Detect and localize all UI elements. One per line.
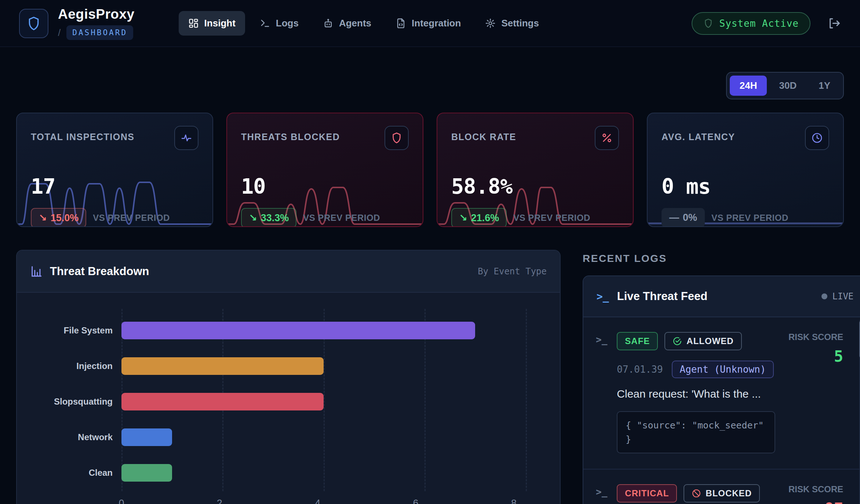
nav-item-logs[interactable]: Logs — [250, 11, 308, 36]
x-tick-label: 0 — [119, 498, 124, 504]
main-content: 24H 30D 1Y TOTAL INSPECTIONS 17 ↘15.0% V… — [0, 72, 860, 504]
action-label: BLOCKED — [706, 488, 752, 498]
severity-badge: SAFE — [617, 332, 658, 350]
range-button-24h[interactable]: 24H — [730, 76, 767, 96]
recent-logs-heading: RECENT LOGS — [583, 253, 860, 264]
bar-area — [121, 428, 547, 446]
delta-value: 21.6% — [471, 212, 499, 224]
nav-item-insight[interactable]: Insight — [179, 11, 245, 36]
risk-score-column: RISK SCORE 97 — [775, 484, 843, 504]
stat-icon-box — [805, 126, 829, 150]
nav-item-integration[interactable]: Integration — [386, 11, 470, 36]
stat-icon-box — [595, 126, 619, 150]
action-badge: ALLOWED — [664, 332, 741, 350]
breadcrumb-separator: / — [58, 27, 61, 39]
log-payload-code: { "source": "mock_seeder" } — [617, 411, 775, 453]
nav-item-settings[interactable]: Settings — [475, 11, 549, 36]
trend-down-icon: ↘ — [459, 212, 467, 224]
x-axis: 0 2 4 6 8 — [121, 492, 535, 504]
badge-row: CRITICAL BLOCKED — [617, 484, 775, 503]
live-threat-feed-card: >_ Live Threat Feed LIVE >_ SAFE — [583, 275, 860, 504]
stat-card-inner: AVG. LATENCY 0 ms —0% VS PREV PERIOD — [648, 113, 843, 226]
log-entry[interactable]: >_ SAFE ALLOWED 07.01.39 Agent (Unknown) — [583, 317, 860, 469]
stat-card-inner: TOTAL INSPECTIONS 17 ↘15.0% VS PREV PERI… — [17, 113, 212, 226]
stat-card-top: TOTAL INSPECTIONS — [31, 126, 198, 150]
bar-area — [121, 357, 547, 375]
delta-value: 33.3% — [261, 212, 289, 224]
delta-value: 0% — [683, 212, 697, 223]
stat-card-threats-blocked: THREATS BLOCKED 10 ↘33.3% VS PREV PERIOD — [226, 113, 423, 227]
stat-value: 17 — [31, 174, 198, 198]
bar-row: Clean — [17, 455, 547, 490]
check-circle-icon — [673, 336, 682, 346]
feed-title: Live Threat Feed — [617, 290, 707, 303]
app-header: AegisProxy / DASHBOARD Insight Logs Agen… — [0, 0, 860, 47]
category-label: Clean — [17, 468, 121, 478]
risk-score-column: RISK SCORE 5 — [775, 332, 843, 453]
badge-row: SAFE ALLOWED — [617, 332, 775, 350]
dashboard-grid-icon — [188, 18, 199, 29]
system-status-label: System Active — [719, 18, 799, 29]
stat-card-top: AVG. LATENCY — [662, 126, 829, 150]
logout-button[interactable] — [827, 17, 841, 30]
stat-trend: ↘21.6% VS PREV PERIOD — [451, 208, 619, 227]
delta-badge: —0% — [662, 208, 705, 227]
bar-row: Network — [17, 419, 547, 455]
stat-value: 58.8% — [451, 174, 619, 198]
risk-score-value: 97 — [775, 500, 843, 504]
range-button-30d[interactable]: 30D — [769, 76, 806, 96]
stat-trend: —0% VS PREV PERIOD — [662, 208, 829, 227]
delta-badge: ↘21.6% — [451, 208, 507, 227]
nav-item-label: Settings — [501, 18, 539, 29]
bar-row: File System — [17, 313, 547, 348]
stat-label: TOTAL INSPECTIONS — [31, 132, 134, 142]
stat-icon-box — [385, 126, 409, 150]
stat-card-top: THREATS BLOCKED — [241, 126, 409, 150]
robot-icon — [323, 18, 334, 29]
agent-badge: Agent (Unknown) — [672, 361, 774, 378]
stat-card-inner: BLOCK RATE 58.8% ↘21.6% VS PREV PERIOD — [437, 113, 633, 226]
risk-score-label: RISK SCORE — [775, 332, 843, 342]
stat-trend: ↘15.0% VS PREV PERIOD — [31, 208, 198, 227]
delta-badge: ↘33.3% — [241, 208, 296, 227]
nav-item-label: Logs — [276, 18, 299, 29]
compare-label: VS PREV PERIOD — [711, 213, 788, 223]
nav-item-label: Insight — [204, 18, 236, 29]
system-status-badge: System Active — [692, 12, 811, 35]
category-label: Injection — [17, 361, 121, 371]
compare-label: VS PREV PERIOD — [303, 213, 380, 223]
percent-icon — [601, 132, 613, 144]
range-button-1y[interactable]: 1Y — [809, 76, 840, 96]
shield-icon — [703, 18, 713, 28]
x-tick-label: 6 — [413, 498, 419, 504]
app-logo[interactable] — [19, 9, 48, 38]
chart-body: File System Injection Slopsquatting Netw… — [17, 293, 560, 504]
shield-icon — [26, 16, 41, 31]
stat-value: 10 — [241, 174, 409, 198]
category-label: Network — [17, 432, 121, 442]
time-range-selector: 24H 30D 1Y — [726, 72, 844, 99]
log-entry[interactable]: >_ CRITICAL BLOCKED 05.54.39 Agent (Unkn… — [583, 469, 860, 504]
recent-logs-panel: RECENT LOGS >_ Live Threat Feed LIVE >_ — [583, 250, 860, 504]
brand: AegisProxy / DASHBOARD — [19, 7, 135, 40]
stat-label: THREATS BLOCKED — [241, 132, 340, 142]
stat-icon-box — [174, 126, 198, 150]
bar-network — [121, 428, 172, 446]
bar-injection — [121, 357, 324, 375]
severity-badge: CRITICAL — [617, 484, 677, 503]
log-message: Clean request: 'What is the ... — [617, 388, 775, 400]
delta-badge: ↘15.0% — [31, 208, 86, 227]
stat-card-total-inspections: TOTAL INSPECTIONS 17 ↘15.0% VS PREV PERI… — [16, 113, 213, 227]
threat-breakdown-card: Threat Breakdown By Event Type File Syst… — [16, 250, 561, 504]
feed-title-wrap: >_ Live Threat Feed — [597, 290, 707, 303]
bar-file-system — [121, 322, 475, 339]
stat-label: AVG. LATENCY — [662, 132, 735, 142]
live-label: LIVE — [832, 291, 854, 302]
action-label: ALLOWED — [686, 336, 733, 346]
shield-icon — [391, 132, 402, 144]
stat-value: 0 ms — [662, 174, 829, 198]
terminal-prompt-icon: >_ — [596, 486, 607, 504]
nav-item-agents[interactable]: Agents — [313, 11, 381, 36]
bar-row: Slopsquatting — [17, 384, 547, 419]
bar-area — [121, 322, 547, 339]
